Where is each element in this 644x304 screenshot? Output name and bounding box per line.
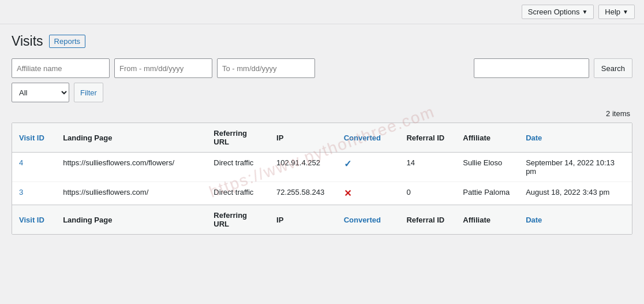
cell-referral-id: 0: [399, 182, 456, 205]
page-title: Visits: [12, 34, 43, 49]
footer-col-converted-link[interactable]: Converted: [344, 216, 381, 224]
visit-id-link[interactable]: 4: [19, 158, 23, 167]
cell-referring-url: Direct traffic: [207, 153, 269, 182]
help-button[interactable]: Help ▼: [598, 5, 635, 19]
affiliate-name-input[interactable]: [12, 58, 110, 78]
footer-col-referral: Referral ID: [399, 205, 456, 235]
col-header-converted: Converted: [337, 123, 400, 153]
filter-button[interactable]: Filter: [74, 83, 103, 102]
footer-col-ip: IP: [269, 205, 337, 235]
cell-visit-id: 3: [12, 182, 56, 205]
footer-col-visit-id-link[interactable]: Visit ID: [19, 216, 44, 224]
footer-col-date: Date: [519, 205, 632, 235]
visits-table: Visit ID Landing Page Referring URL IP C…: [12, 123, 632, 234]
cell-landing-page: https://sulliesflowers.com/: [56, 182, 207, 205]
cell-ip: 72.255.58.243: [269, 182, 337, 205]
visits-table-wrap: Visit ID Landing Page Referring URL IP C…: [12, 123, 632, 235]
check-icon: ✓: [344, 159, 351, 169]
col-header-date: Date: [519, 123, 632, 153]
visit-id-link[interactable]: 3: [19, 188, 23, 197]
items-count: 2 items: [12, 109, 632, 118]
cell-date: August 18, 2022 3:43 pm: [519, 182, 632, 205]
col-header-ip: IP: [269, 123, 337, 153]
top-bar: Screen Options ▼ Help ▼: [0, 0, 644, 24]
cell-visit-id: 4: [12, 153, 56, 182]
footer-col-converted: Converted: [337, 205, 400, 235]
from-date-input[interactable]: [114, 58, 212, 78]
col-header-referral: Referral ID: [399, 123, 456, 153]
page-header: Visits Reports: [12, 34, 632, 49]
filter-row-2: All Filter: [12, 83, 632, 102]
cell-ip: 102.91.4.252: [269, 153, 337, 182]
footer-col-visit-id: Visit ID: [12, 205, 56, 235]
col-header-visit-id: Visit ID: [12, 123, 56, 153]
table-header-row: Visit ID Landing Page Referring URL IP C…: [12, 123, 632, 153]
footer-col-landing: Landing Page: [56, 205, 207, 235]
col-header-date-link[interactable]: Date: [526, 134, 542, 142]
footer-col-affiliate: Affiliate: [456, 205, 519, 235]
col-header-landing: Landing Page: [56, 123, 207, 153]
content-area: Visits Reports Search All Filter 2 items…: [0, 24, 644, 244]
cell-referral-id: 14: [399, 153, 456, 182]
col-header-affiliate: Affiliate: [456, 123, 519, 153]
x-icon: ✕: [344, 188, 351, 198]
search-button[interactable]: Search: [594, 58, 632, 78]
all-select[interactable]: All: [12, 83, 69, 102]
cell-affiliate: Sullie Eloso: [456, 153, 519, 182]
to-date-input[interactable]: [217, 58, 315, 78]
cell-referring-url: Direct traffic: [207, 182, 269, 205]
screen-options-button[interactable]: Screen Options ▼: [522, 5, 594, 19]
screen-options-caret-icon: ▼: [582, 9, 587, 15]
reports-button[interactable]: Reports: [49, 35, 86, 48]
cell-landing-page: https://sulliesflowers.com/flowers/: [56, 153, 207, 182]
cell-converted: ✓: [337, 153, 400, 182]
screen-options-label: Screen Options: [528, 8, 580, 16]
search-input[interactable]: [474, 58, 589, 78]
help-caret-icon: ▼: [623, 9, 628, 15]
help-label: Help: [605, 8, 620, 16]
table-body: 4https://sulliesflowers.com/flowers/Dire…: [12, 153, 632, 205]
footer-col-referring: Referring URL: [207, 205, 269, 235]
cell-affiliate: Pattie Paloma: [456, 182, 519, 205]
col-header-referring: Referring URL: [207, 123, 269, 153]
cell-date: September 14, 2022 10:13 pm: [519, 153, 632, 182]
cell-converted: ✕: [337, 182, 400, 205]
col-header-visit-id-link[interactable]: Visit ID: [19, 134, 44, 142]
table-row: 3https://sulliesflowers.com/Direct traff…: [12, 182, 632, 205]
col-header-converted-link[interactable]: Converted: [344, 134, 381, 142]
filter-row-1: Search: [12, 58, 632, 78]
footer-col-date-link[interactable]: Date: [526, 216, 542, 224]
table-footer-row: Visit ID Landing Page Referring URL IP C…: [12, 205, 632, 235]
table-row: 4https://sulliesflowers.com/flowers/Dire…: [12, 153, 632, 182]
